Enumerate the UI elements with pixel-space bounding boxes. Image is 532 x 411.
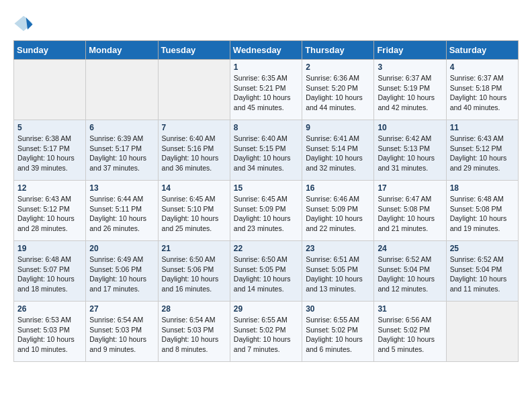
day-info: Sunrise: 6:56 AM Sunset: 5:02 PM Dayligh… bbox=[378, 315, 442, 355]
day-info: Sunrise: 6:43 AM Sunset: 5:12 PM Dayligh… bbox=[17, 194, 82, 234]
calendar-cell: 26Sunrise: 6:53 AM Sunset: 5:03 PM Dayli… bbox=[14, 302, 86, 362]
day-number: 15 bbox=[234, 183, 298, 193]
day-info: Sunrise: 6:39 AM Sunset: 5:17 PM Dayligh… bbox=[89, 134, 154, 173]
calendar-cell: 6Sunrise: 6:39 AM Sunset: 5:17 PM Daylig… bbox=[86, 120, 158, 181]
calendar-cell bbox=[446, 302, 518, 362]
calendar-cell: 19Sunrise: 6:48 AM Sunset: 5:07 PM Dayli… bbox=[14, 241, 86, 302]
day-info: Sunrise: 6:52 AM Sunset: 5:04 PM Dayligh… bbox=[378, 255, 442, 294]
day-info: Sunrise: 6:51 AM Sunset: 5:05 PM Dayligh… bbox=[306, 255, 370, 294]
day-info: Sunrise: 6:38 AM Sunset: 5:17 PM Dayligh… bbox=[17, 134, 82, 173]
week-row-1: 1Sunrise: 6:35 AM Sunset: 5:21 PM Daylig… bbox=[14, 60, 519, 120]
day-number: 14 bbox=[162, 183, 226, 193]
calendar-cell: 12Sunrise: 6:43 AM Sunset: 5:12 PM Dayli… bbox=[14, 181, 86, 241]
day-number: 25 bbox=[450, 244, 515, 253]
day-number: 4 bbox=[450, 62, 515, 72]
day-number: 12 bbox=[17, 183, 82, 193]
day-number: 19 bbox=[17, 244, 82, 253]
weekday-header-tuesday: Tuesday bbox=[158, 41, 230, 60]
day-info: Sunrise: 6:49 AM Sunset: 5:06 PM Dayligh… bbox=[89, 255, 154, 294]
day-number: 30 bbox=[306, 304, 370, 314]
day-number: 1 bbox=[234, 62, 298, 72]
calendar-cell: 11Sunrise: 6:43 AM Sunset: 5:12 PM Dayli… bbox=[446, 120, 518, 181]
calendar-cell: 31Sunrise: 6:56 AM Sunset: 5:02 PM Dayli… bbox=[374, 302, 446, 362]
calendar-cell: 28Sunrise: 6:54 AM Sunset: 5:03 PM Dayli… bbox=[158, 302, 230, 362]
calendar-cell bbox=[14, 60, 86, 120]
calendar-cell: 21Sunrise: 6:50 AM Sunset: 5:06 PM Dayli… bbox=[158, 241, 230, 302]
weekday-header-thursday: Thursday bbox=[302, 41, 374, 60]
day-number: 26 bbox=[17, 304, 82, 314]
calendar-cell: 15Sunrise: 6:45 AM Sunset: 5:09 PM Dayli… bbox=[230, 181, 302, 241]
calendar-cell bbox=[86, 60, 158, 120]
day-info: Sunrise: 6:46 AM Sunset: 5:09 PM Dayligh… bbox=[306, 194, 370, 234]
day-number: 10 bbox=[378, 123, 442, 132]
day-number: 27 bbox=[89, 304, 154, 314]
day-info: Sunrise: 6:48 AM Sunset: 5:08 PM Dayligh… bbox=[450, 194, 515, 234]
day-info: Sunrise: 6:55 AM Sunset: 5:02 PM Dayligh… bbox=[234, 315, 298, 355]
day-info: Sunrise: 6:43 AM Sunset: 5:12 PM Dayligh… bbox=[450, 134, 515, 173]
logo-icon bbox=[13, 13, 34, 34]
weekday-header-monday: Monday bbox=[86, 41, 158, 60]
day-number: 31 bbox=[378, 304, 442, 314]
calendar-cell: 2Sunrise: 6:36 AM Sunset: 5:20 PM Daylig… bbox=[302, 60, 374, 120]
calendar-cell: 10Sunrise: 6:42 AM Sunset: 5:13 PM Dayli… bbox=[374, 120, 446, 181]
calendar-cell: 29Sunrise: 6:55 AM Sunset: 5:02 PM Dayli… bbox=[230, 302, 302, 362]
logo bbox=[13, 13, 35, 34]
day-info: Sunrise: 6:55 AM Sunset: 5:02 PM Dayligh… bbox=[306, 315, 370, 355]
day-number: 3 bbox=[378, 62, 442, 72]
day-number: 5 bbox=[17, 123, 82, 132]
day-info: Sunrise: 6:37 AM Sunset: 5:19 PM Dayligh… bbox=[378, 73, 442, 113]
weekday-header-row: SundayMondayTuesdayWednesdayThursdayFrid… bbox=[14, 41, 519, 60]
calendar-cell: 7Sunrise: 6:40 AM Sunset: 5:16 PM Daylig… bbox=[158, 120, 230, 181]
weekday-header-friday: Friday bbox=[374, 41, 446, 60]
calendar-cell: 30Sunrise: 6:55 AM Sunset: 5:02 PM Dayli… bbox=[302, 302, 374, 362]
day-number: 24 bbox=[378, 244, 442, 253]
day-info: Sunrise: 6:35 AM Sunset: 5:21 PM Dayligh… bbox=[234, 73, 298, 113]
day-number: 17 bbox=[378, 183, 442, 193]
day-info: Sunrise: 6:47 AM Sunset: 5:08 PM Dayligh… bbox=[378, 194, 442, 234]
day-info: Sunrise: 6:48 AM Sunset: 5:07 PM Dayligh… bbox=[17, 255, 82, 294]
day-info: Sunrise: 6:54 AM Sunset: 5:03 PM Dayligh… bbox=[162, 315, 226, 355]
day-number: 23 bbox=[306, 244, 370, 253]
day-number: 7 bbox=[162, 123, 226, 132]
calendar-cell: 4Sunrise: 6:37 AM Sunset: 5:18 PM Daylig… bbox=[446, 60, 518, 120]
week-row-2: 5Sunrise: 6:38 AM Sunset: 5:17 PM Daylig… bbox=[14, 120, 519, 181]
day-number: 16 bbox=[306, 183, 370, 193]
weekday-header-saturday: Saturday bbox=[446, 41, 518, 60]
calendar-cell: 22Sunrise: 6:50 AM Sunset: 5:05 PM Dayli… bbox=[230, 241, 302, 302]
weekday-header-wednesday: Wednesday bbox=[230, 41, 302, 60]
day-info: Sunrise: 6:44 AM Sunset: 5:11 PM Dayligh… bbox=[89, 194, 154, 234]
day-info: Sunrise: 6:52 AM Sunset: 5:04 PM Dayligh… bbox=[450, 255, 515, 294]
week-row-3: 12Sunrise: 6:43 AM Sunset: 5:12 PM Dayli… bbox=[14, 181, 519, 241]
calendar-cell bbox=[158, 60, 230, 120]
day-number: 2 bbox=[306, 62, 370, 72]
week-row-4: 19Sunrise: 6:48 AM Sunset: 5:07 PM Dayli… bbox=[14, 241, 519, 302]
day-info: Sunrise: 6:41 AM Sunset: 5:14 PM Dayligh… bbox=[306, 134, 370, 173]
calendar-cell: 13Sunrise: 6:44 AM Sunset: 5:11 PM Dayli… bbox=[86, 181, 158, 241]
day-number: 22 bbox=[234, 244, 298, 253]
day-info: Sunrise: 6:50 AM Sunset: 5:06 PM Dayligh… bbox=[162, 255, 226, 294]
calendar-cell: 14Sunrise: 6:45 AM Sunset: 5:10 PM Dayli… bbox=[158, 181, 230, 241]
calendar-cell: 23Sunrise: 6:51 AM Sunset: 5:05 PM Dayli… bbox=[302, 241, 374, 302]
day-info: Sunrise: 6:40 AM Sunset: 5:15 PM Dayligh… bbox=[234, 134, 298, 173]
day-number: 20 bbox=[89, 244, 154, 253]
calendar-cell: 9Sunrise: 6:41 AM Sunset: 5:14 PM Daylig… bbox=[302, 120, 374, 181]
calendar-cell: 5Sunrise: 6:38 AM Sunset: 5:17 PM Daylig… bbox=[14, 120, 86, 181]
calendar-cell: 24Sunrise: 6:52 AM Sunset: 5:04 PM Dayli… bbox=[374, 241, 446, 302]
day-info: Sunrise: 6:36 AM Sunset: 5:20 PM Dayligh… bbox=[306, 73, 370, 113]
calendar-cell: 18Sunrise: 6:48 AM Sunset: 5:08 PM Dayli… bbox=[446, 181, 518, 241]
calendar-table: SundayMondayTuesdayWednesdayThursdayFrid… bbox=[13, 40, 519, 362]
calendar-cell: 16Sunrise: 6:46 AM Sunset: 5:09 PM Dayli… bbox=[302, 181, 374, 241]
day-number: 8 bbox=[234, 123, 298, 132]
day-number: 18 bbox=[450, 183, 515, 193]
day-number: 13 bbox=[89, 183, 154, 193]
day-number: 6 bbox=[89, 123, 154, 132]
day-info: Sunrise: 6:40 AM Sunset: 5:16 PM Dayligh… bbox=[162, 134, 226, 173]
day-number: 28 bbox=[162, 304, 226, 314]
week-row-5: 26Sunrise: 6:53 AM Sunset: 5:03 PM Dayli… bbox=[14, 302, 519, 362]
day-info: Sunrise: 6:45 AM Sunset: 5:09 PM Dayligh… bbox=[234, 194, 298, 234]
day-info: Sunrise: 6:50 AM Sunset: 5:05 PM Dayligh… bbox=[234, 255, 298, 294]
day-info: Sunrise: 6:45 AM Sunset: 5:10 PM Dayligh… bbox=[162, 194, 226, 234]
weekday-header-sunday: Sunday bbox=[14, 41, 86, 60]
day-info: Sunrise: 6:54 AM Sunset: 5:03 PM Dayligh… bbox=[89, 315, 154, 355]
day-number: 21 bbox=[162, 244, 226, 253]
